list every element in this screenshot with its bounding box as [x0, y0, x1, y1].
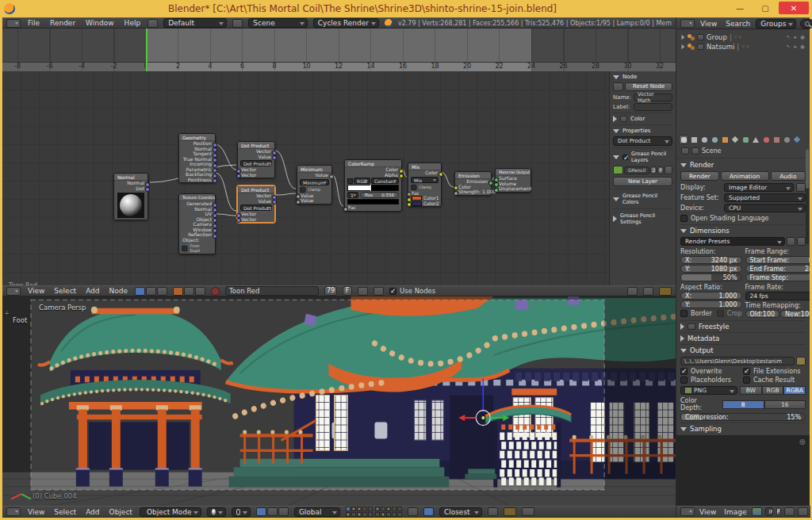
tab-modifiers[interactable] — [741, 135, 750, 144]
color1-swatch[interactable] — [412, 196, 422, 201]
translate-manipulator-icon[interactable] — [256, 507, 266, 516]
gp-pencil-icon[interactable] — [613, 166, 623, 174]
opengl-render-icon[interactable] — [504, 507, 516, 516]
placeholders-checkbox[interactable] — [680, 377, 688, 384]
ramp-index-field[interactable]: 1 — [347, 192, 358, 198]
gp-fake-user-button[interactable]: F — [657, 166, 664, 174]
node-label-field[interactable] — [634, 103, 672, 111]
gp-layers-checkbox[interactable] — [622, 155, 628, 160]
border-checkbox[interactable] — [680, 310, 688, 317]
node-output-socket[interactable]: Value — [238, 155, 274, 160]
pivot-select[interactable] — [232, 507, 251, 517]
resolution-y-field[interactable]: Y:1080 px — [680, 265, 742, 273]
node-output-socket[interactable]: Dot — [114, 186, 147, 192]
node-output-socket[interactable]: Pointiness — [179, 178, 215, 183]
operation-select[interactable]: Dot Product — [240, 205, 272, 211]
menu-item[interactable]: Image — [722, 508, 748, 516]
feature-set-select[interactable]: Supported — [724, 193, 806, 202]
image-thumb-icon[interactable] — [752, 507, 762, 516]
region-expand-icon[interactable]: + — [4, 309, 10, 317]
freestyle-section-header[interactable]: Freestyle — [680, 323, 806, 331]
colorramp-gradient[interactable] — [347, 185, 399, 191]
mode-select[interactable]: Object Mode — [140, 507, 201, 517]
clamp-checkbox[interactable] — [300, 186, 305, 192]
pin-icon[interactable] — [681, 147, 689, 155]
opengl-render-anim-icon[interactable] — [522, 507, 534, 516]
outliner-row[interactable]: Natsumi | ▿ ▿ ↖▸◉ — [676, 42, 810, 52]
node-colorramp[interactable]: ColorRamp ColorAlpha RGB Constant 1 Pos:… — [344, 159, 402, 212]
timeline-playhead[interactable] — [146, 29, 147, 71]
gp-new-layer-button[interactable]: New Layer — [613, 177, 672, 186]
tab-world[interactable] — [710, 135, 719, 144]
editor-type-icon[interactable] — [680, 19, 695, 28]
ramp-colormode-select[interactable]: RGB — [354, 178, 370, 184]
node-input-socket[interactable]: Vector — [238, 217, 274, 223]
strength-field[interactable]: Strength: 1.000 — [455, 189, 491, 195]
menu-item[interactable]: Help — [123, 19, 143, 27]
scene-icon[interactable] — [232, 19, 243, 28]
menu-item[interactable]: Select — [52, 508, 78, 516]
aspect-x-field[interactable]: X:1.000 — [680, 292, 742, 300]
viewport-shading-select[interactable] — [207, 507, 226, 517]
crop-checkbox[interactable] — [717, 310, 724, 317]
screen-layout-select[interactable]: Default — [163, 18, 227, 28]
clamp-checkbox[interactable] — [411, 184, 416, 189]
node-output-socket[interactable]: Value — [297, 173, 331, 178]
compression-slider[interactable]: Compression:15% — [680, 413, 806, 421]
ramp-stop-color-swatch[interactable] — [347, 199, 399, 205]
node-output-socket[interactable]: Color — [408, 170, 441, 176]
remap-old-field[interactable]: Old:100 — [745, 310, 780, 318]
node-mix[interactable]: Mix Color Mix Clamp Fac Color1 Color2 — [408, 162, 442, 207]
display-select[interactable]: Image Editor — [724, 183, 794, 192]
rotate-manipulator-icon[interactable] — [267, 507, 278, 516]
overwrite-checkbox[interactable] — [680, 368, 688, 375]
animation-button[interactable]: Animation — [721, 171, 769, 181]
material-users-count[interactable]: 79 — [324, 286, 337, 296]
snap-icon[interactable] — [627, 287, 638, 296]
fake-user-button[interactable]: F — [343, 286, 352, 296]
audio-button[interactable]: Audio — [771, 171, 806, 181]
tab-object[interactable] — [720, 135, 730, 144]
color2-swatch[interactable] — [412, 201, 422, 206]
file-extensions-checkbox[interactable] — [743, 368, 750, 375]
line-style-icon[interactable] — [195, 287, 205, 296]
tab-particles[interactable] — [782, 135, 791, 144]
maximize-button[interactable]: ▢ — [753, 2, 777, 14]
gp-settings-section-header[interactable]: Grease Pencil Settings — [613, 212, 672, 225]
menu-item[interactable]: View — [26, 508, 46, 516]
minimize-button[interactable]: — — [728, 2, 752, 14]
shader-world-icon[interactable] — [146, 287, 156, 296]
shader-object-icon[interactable] — [135, 287, 145, 296]
menu-item[interactable]: Add — [84, 508, 101, 516]
properties-section-header[interactable]: Properties — [613, 128, 672, 134]
tab-render[interactable] — [679, 135, 688, 144]
device-select[interactable]: CPU — [724, 204, 806, 212]
from-dupli-checkbox[interactable] — [182, 245, 187, 250]
output-path-field[interactable]: \..\..\Users\Glenn\Desktop\testanim — [680, 357, 795, 365]
bw-toggle[interactable]: BW — [740, 386, 762, 395]
node-section-header[interactable]: Node — [613, 74, 672, 80]
restrict-icons[interactable]: ↖▸◉ — [787, 34, 806, 40]
menu-item[interactable]: Window — [84, 19, 116, 27]
resolution-x-field[interactable]: X:3240 px — [680, 256, 742, 264]
node-texture-coordinate[interactable]: Texture Coordinate GeneratedNormalUVObje… — [178, 193, 216, 254]
expand-icon[interactable] — [682, 35, 685, 40]
menu-item[interactable]: View — [698, 508, 718, 516]
menu-item[interactable]: File — [26, 19, 41, 27]
rgba-toggle[interactable]: RGBA — [783, 386, 806, 395]
outliner-item-label[interactable]: Natsumi — [707, 43, 734, 51]
render-presets-select[interactable]: Render Presets — [680, 237, 785, 246]
close-button[interactable]: ✕ — [779, 2, 809, 14]
texture-icon[interactable] — [184, 287, 194, 296]
remap-new-field[interactable]: New:100 — [780, 310, 810, 318]
color-section-header[interactable]: Color — [613, 116, 672, 122]
display-lock-icon[interactable] — [796, 183, 806, 192]
tab-render-layers[interactable] — [689, 135, 699, 144]
file-format-select[interactable]: PNG — [680, 386, 737, 395]
depth-16-toggle[interactable]: 16 — [764, 400, 806, 409]
orientation-select[interactable]: Global — [294, 507, 340, 517]
outliner-row[interactable]: Group | ▿ ▿ ↖▸◉ — [676, 32, 810, 42]
tab-material[interactable] — [761, 135, 771, 144]
background-icon[interactable] — [643, 287, 653, 296]
osl-checkbox[interactable] — [680, 215, 688, 222]
